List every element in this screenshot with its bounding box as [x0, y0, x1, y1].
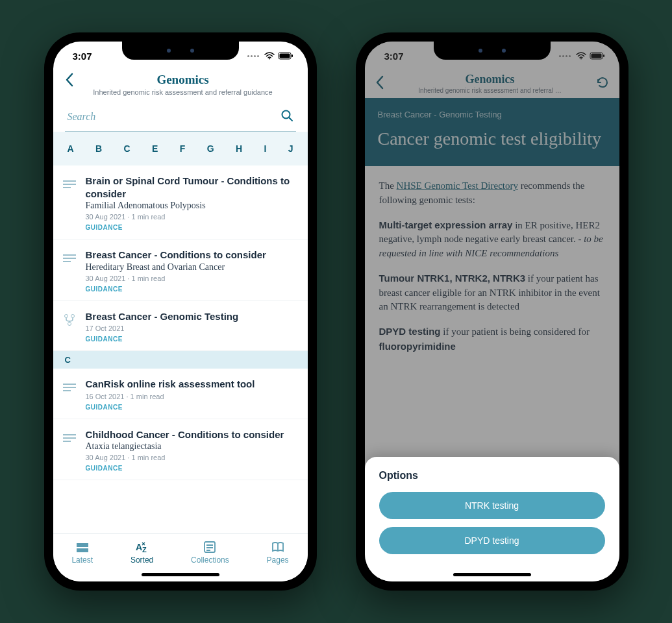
article-paragraph: The NHSE Genomic Test Directory recommen…: [379, 179, 605, 208]
page-header: Genomics Inherited genomic risk assessme…: [53, 70, 308, 100]
home-indicator[interactable]: [142, 573, 219, 576]
svg-rect-21: [77, 543, 88, 547]
tab-label: Sorted: [131, 556, 153, 565]
back-button[interactable]: [65, 73, 74, 90]
alpha-letter[interactable]: B: [95, 143, 102, 154]
svg-point-30: [580, 58, 582, 59]
svg-rect-2: [279, 53, 290, 58]
search-placeholder: Search: [68, 111, 280, 123]
svg-rect-33: [603, 55, 604, 57]
item-meta: 30 Aug 2021 · 1 min read: [86, 213, 296, 221]
phone-left: 3:07 Genomics Inherited genomic risk ass…: [44, 32, 317, 591]
svg-point-4: [282, 111, 290, 119]
item-title: Brain or Spinal Cord Tumour - Conditions…: [86, 175, 296, 200]
tab-label: Collections: [191, 556, 229, 565]
status-time: 3:07: [73, 51, 92, 62]
wifi-icon: [264, 51, 275, 62]
notch: [434, 42, 551, 60]
header-title: Genomics: [83, 73, 283, 87]
text-lines-icon: [62, 251, 77, 265]
item-title: Breast Cancer - Conditions to consider: [86, 249, 296, 262]
alpha-letter[interactable]: G: [207, 143, 214, 154]
item-meta: 16 Oct 2021 · 1 min read: [86, 393, 296, 400]
refresh-button[interactable]: [596, 76, 609, 92]
home-indicator[interactable]: [453, 573, 531, 576]
tab-collections[interactable]: Collections: [191, 541, 229, 565]
item-tag: GUIDANCE: [86, 336, 296, 343]
svg-point-14: [68, 322, 71, 325]
tab-sorted[interactable]: AZ Sorted: [131, 541, 153, 565]
svg-text:Z: Z: [142, 546, 147, 554]
text-lines-icon: [62, 177, 77, 191]
item-tag: GUIDANCE: [86, 404, 296, 411]
item-subtitle: Familial Adenomatous Polyposis: [86, 201, 296, 211]
battery-icon: [590, 51, 605, 62]
article-banner: Breast Cancer - Genomic Testing Cancer g…: [365, 98, 619, 166]
header-title: Genomics: [392, 73, 588, 86]
item-meta: 30 Aug 2021 · 1 min read: [86, 275, 296, 282]
link-nhse-directory[interactable]: NHSE Genomic Test Directory: [397, 180, 518, 191]
item-title: Breast Cancer - Genomic Testing: [86, 310, 296, 323]
tab-latest[interactable]: Latest: [71, 541, 93, 565]
alpha-letter[interactable]: C: [124, 143, 131, 154]
svg-rect-22: [77, 548, 88, 552]
wifi-icon: [576, 51, 586, 62]
item-meta: 17 Oct 2021: [86, 324, 296, 332]
item-subtitle: Ataxia telangiectasia: [86, 441, 296, 452]
list-item[interactable]: Brain or Spinal Cord Tumour - Conditions…: [53, 165, 308, 239]
alpha-letter[interactable]: F: [180, 143, 186, 154]
alpha-letter[interactable]: E: [152, 143, 158, 154]
battery-icon: [278, 51, 293, 62]
option-button-dpyd[interactable]: DPYD testing: [379, 527, 605, 554]
article-paragraph: DPYD testing if your patient is being co…: [379, 324, 605, 354]
svg-point-13: [71, 314, 74, 317]
breadcrumb: Breast Cancer - Genomic Testing: [378, 110, 606, 119]
alpha-letter[interactable]: H: [236, 143, 242, 154]
svg-rect-32: [591, 53, 601, 58]
item-tag: GUIDANCE: [86, 286, 296, 293]
text-lines-icon: [62, 380, 77, 395]
options-sheet: Options NTRK testing DPYD testing: [365, 457, 619, 581]
item-tag: GUIDANCE: [86, 465, 296, 472]
guidance-list: Brain or Spinal Cord Tumour - Conditions…: [53, 165, 308, 480]
svg-text:A: A: [136, 542, 142, 552]
item-title: CanRisk online risk assessment tool: [86, 378, 296, 391]
article-paragraph: Tumour NTRK1, NTRK2, NTRK3 if your patie…: [379, 271, 605, 314]
article-paragraph: Multi-target expression array in ER posi…: [379, 218, 605, 261]
page-header: Genomics Inherited genomic risk assessme…: [365, 70, 619, 98]
tab-pages[interactable]: Pages: [267, 541, 289, 565]
list-item[interactable]: Childhood Cancer - Conditions to conside…: [53, 419, 308, 481]
list-item[interactable]: Breast Cancer - Genomic Testing 17 Oct 2…: [53, 301, 308, 352]
fork-icon: [62, 313, 77, 327]
header-subtitle: Inherited genomic risk assessment and re…: [392, 87, 588, 94]
tab-label: Pages: [267, 556, 289, 565]
cellular-icon: [247, 55, 259, 57]
item-subtitle: Hereditary Breast and Ovarian Cancer: [86, 262, 296, 273]
article-title: Cancer genomic test eligibility: [378, 128, 606, 149]
svg-line-5: [289, 118, 292, 121]
list-item[interactable]: CanRisk online risk assessment tool 16 O…: [53, 369, 308, 419]
cellular-icon: [559, 55, 571, 57]
alpha-index-bar[interactable]: A B C E F G H I J: [53, 132, 308, 165]
article-body[interactable]: The NHSE Genomic Test Directory recommen…: [365, 166, 619, 378]
tab-label: Latest: [71, 556, 93, 565]
svg-point-12: [64, 314, 68, 317]
search-icon[interactable]: [280, 109, 293, 125]
search-input[interactable]: Search: [65, 105, 296, 132]
back-button[interactable]: [375, 75, 384, 92]
alpha-letter[interactable]: A: [68, 143, 74, 154]
status-time: 3:07: [384, 51, 404, 62]
header-subtitle: Inherited genomic risk assessment and re…: [83, 88, 283, 96]
svg-rect-3: [292, 55, 293, 57]
item-title: Childhood Cancer - Conditions to conside…: [86, 428, 296, 441]
notch: [122, 42, 239, 60]
item-meta: 30 Aug 2021 · 1 min read: [86, 454, 296, 461]
list-item[interactable]: Breast Cancer - Conditions to consider H…: [53, 239, 308, 301]
option-button-ntrk[interactable]: NTRK testing: [379, 492, 605, 519]
text-lines-icon: [62, 431, 77, 445]
section-header-c: C: [53, 351, 308, 369]
alpha-letter[interactable]: I: [264, 143, 266, 154]
item-tag: GUIDANCE: [86, 224, 296, 231]
alpha-letter[interactable]: J: [288, 143, 293, 154]
sheet-title: Options: [379, 470, 605, 482]
